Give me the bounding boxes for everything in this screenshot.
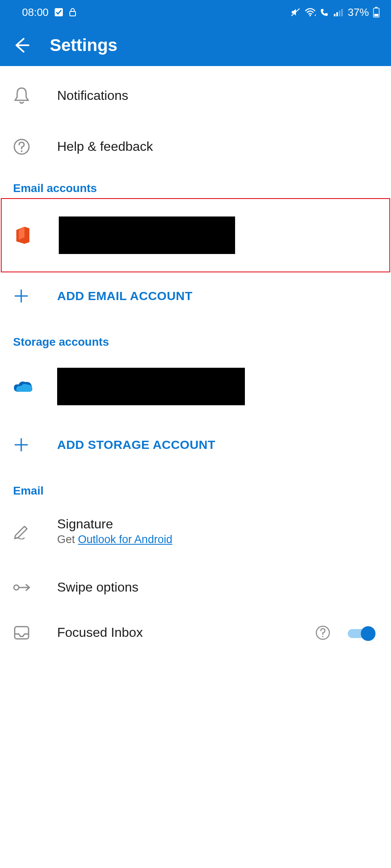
svg-text:+: +	[314, 13, 316, 17]
add-storage-row[interactable]: ADD STORAGE ACCOUNT	[0, 421, 391, 468]
notifications-label: Notifications	[57, 88, 378, 103]
svg-rect-11	[374, 14, 378, 16]
add-email-label: ADD EMAIL ACCOUNT	[57, 289, 378, 303]
signature-icon	[13, 523, 31, 539]
status-right: + 37%	[291, 6, 380, 19]
svg-rect-5	[334, 14, 335, 16]
add-email-row[interactable]: ADD EMAIL ACCOUNT	[0, 272, 391, 319]
office-icon	[15, 226, 31, 245]
redacted-storage	[57, 368, 245, 405]
checkbox-icon	[54, 8, 63, 17]
svg-rect-8	[341, 9, 343, 16]
signature-row[interactable]: Signature Get Outlook for Android	[0, 501, 391, 562]
back-icon[interactable]	[12, 36, 30, 54]
svg-point-3	[309, 15, 311, 16]
section-email: Email	[0, 468, 391, 501]
svg-rect-1	[70, 11, 76, 16]
help-icon[interactable]	[315, 625, 331, 641]
svg-point-24	[361, 626, 375, 641]
notifications-row[interactable]: Notifications	[0, 70, 391, 121]
add-storage-label: ADD STORAGE ACCOUNT	[57, 438, 378, 452]
email-account-row[interactable]	[2, 199, 389, 272]
onedrive-icon	[13, 380, 33, 393]
svg-point-13	[21, 150, 22, 152]
section-email-accounts: Email accounts	[0, 172, 391, 198]
svg-rect-7	[339, 11, 340, 16]
svg-point-22	[322, 636, 323, 637]
focused-row[interactable]: Focused Inbox	[0, 613, 391, 649]
svg-rect-6	[336, 12, 338, 16]
status-left: 08:00	[22, 6, 76, 19]
swipe-row[interactable]: Swipe options	[0, 562, 391, 613]
status-bar: 08:00 + 37%	[0, 0, 391, 24]
outlook-android-link[interactable]: Outlook for Android	[78, 533, 172, 546]
plus-icon	[13, 437, 29, 453]
bell-icon	[13, 86, 30, 105]
swipe-label: Swipe options	[57, 580, 378, 595]
signature-sub-prefix: Get	[57, 533, 78, 546]
redacted-email	[59, 216, 235, 254]
help-row[interactable]: Help & feedback	[0, 121, 391, 172]
inbox-icon	[13, 625, 30, 641]
help-label: Help & feedback	[57, 139, 378, 154]
lock-icon	[69, 8, 76, 17]
svg-point-18	[14, 585, 19, 590]
signal-icon	[334, 8, 344, 16]
focused-toggle[interactable]	[347, 625, 378, 641]
storage-account-row[interactable]	[0, 352, 391, 421]
settings-content: Notifications Help & feedback Email acco…	[0, 66, 391, 649]
battery-icon	[373, 7, 380, 18]
highlighted-account	[1, 198, 390, 272]
call-icon	[320, 8, 330, 17]
mute-icon	[291, 8, 300, 17]
app-bar: Settings	[0, 24, 391, 66]
wifi-icon: +	[304, 8, 316, 17]
focused-label: Focused Inbox	[57, 625, 315, 640]
status-time: 08:00	[22, 6, 49, 19]
battery-percent: 37%	[348, 6, 369, 19]
signature-label: Signature	[57, 517, 378, 532]
page-title: Settings	[50, 35, 118, 55]
section-storage-accounts: Storage accounts	[0, 319, 391, 352]
plus-icon	[13, 288, 29, 304]
help-icon	[13, 138, 30, 155]
signature-sub: Get Outlook for Android	[57, 533, 378, 546]
swipe-icon	[13, 582, 32, 593]
